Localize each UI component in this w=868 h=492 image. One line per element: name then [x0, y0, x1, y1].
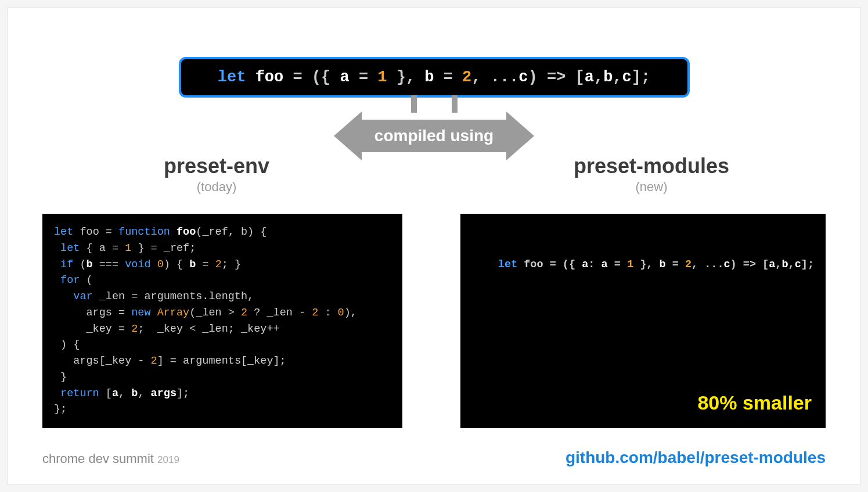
arrow-label: compiled using — [362, 120, 506, 152]
preset-env-subtitle: (today) — [42, 179, 391, 195]
preset-env-title: preset-env — [42, 154, 391, 178]
preset-env-label: preset-env (today) — [42, 154, 391, 195]
preset-labels-row: preset-env (today) preset-modules (new) — [8, 154, 860, 195]
source-code-block: let foo = ({ a = 1 }, b = 2, ...c) => [a… — [179, 57, 690, 98]
preset-env-output: let foo = function foo(_ref, b) { let { … — [42, 214, 402, 428]
event-year: 2019 — [157, 454, 179, 465]
preset-modules-subtitle: (new) — [477, 179, 826, 195]
preset-modules-output: let foo = ({ a: a = 1 }, b = 2, ...c) =>… — [460, 214, 826, 428]
connector-stems — [42, 95, 826, 113]
event-text: chrome dev summit — [42, 451, 154, 466]
size-reduction-badge: 80% smaller — [697, 388, 812, 418]
arrow-right-icon — [506, 112, 534, 160]
event-name: chrome dev summit 2019 — [42, 451, 179, 466]
output-panels: let foo = function foo(_ref, b) { let { … — [42, 214, 826, 428]
arrow-left-icon — [334, 112, 362, 160]
repo-link[interactable]: github.com/babel/preset-modules — [566, 448, 826, 467]
slide-footer: chrome dev summit 2019 github.com/babel/… — [42, 448, 826, 467]
preset-modules-title: preset-modules — [477, 154, 826, 178]
compiled-using-arrow: compiled using — [42, 112, 826, 160]
preset-modules-label: preset-modules (new) — [477, 154, 826, 195]
slide: let foo = ({ a = 1 }, b = 2, ...c) => [a… — [7, 7, 861, 485]
